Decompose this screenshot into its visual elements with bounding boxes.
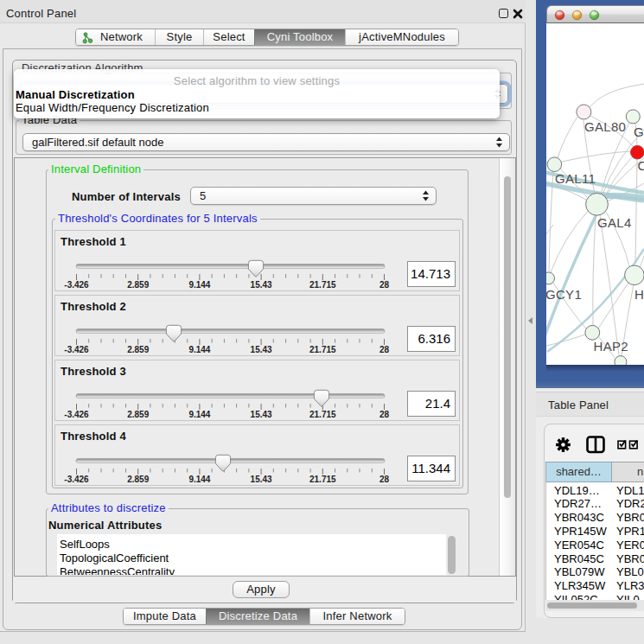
svg-text:15.43: 15.43 (251, 345, 272, 354)
svg-text:GAL4: GAL4 (597, 215, 632, 230)
svg-text:2.859: 2.859 (127, 345, 149, 354)
svg-text:2.859: 2.859 (127, 475, 149, 484)
svg-text:HAP2: HAP2 (594, 339, 628, 354)
svg-text:9.144: 9.144 (188, 280, 210, 290)
svg-text:C: C (638, 158, 644, 173)
svg-text:2.859: 2.859 (127, 410, 149, 419)
svg-text:21.715: 21.715 (309, 280, 336, 290)
svg-text:-3.426: -3.426 (64, 345, 89, 354)
svg-text:GCY1: GCY1 (546, 287, 582, 302)
svg-text:9.144: 9.144 (188, 475, 210, 484)
svg-text:9.144: 9.144 (188, 345, 210, 354)
svg-text:-3.426: -3.426 (64, 280, 89, 290)
svg-text:2.859: 2.859 (127, 280, 149, 290)
svg-text:28: 28 (379, 345, 390, 354)
svg-text:15.43: 15.43 (251, 280, 272, 290)
svg-text:28: 28 (379, 475, 390, 484)
svg-text:21.715: 21.715 (309, 410, 336, 419)
svg-text:GAL80: GAL80 (584, 119, 626, 134)
svg-text:28: 28 (379, 410, 390, 419)
svg-text:G.: G. (634, 124, 644, 139)
svg-text:15.43: 15.43 (251, 475, 272, 484)
svg-text:9.144: 9.144 (188, 410, 210, 419)
svg-text:GAL11: GAL11 (555, 171, 596, 186)
svg-text:21.715: 21.715 (309, 475, 336, 484)
svg-text:21.715: 21.715 (309, 345, 336, 354)
svg-text:-3.426: -3.426 (64, 475, 89, 484)
svg-text:H: H (634, 287, 644, 302)
svg-text:15.43: 15.43 (251, 410, 272, 419)
svg-text:-3.426: -3.426 (64, 410, 89, 419)
svg-text:28: 28 (379, 280, 390, 290)
